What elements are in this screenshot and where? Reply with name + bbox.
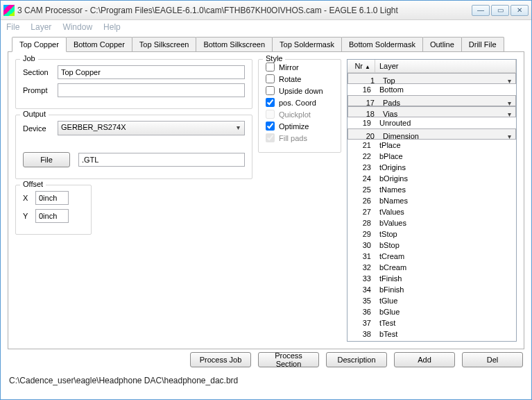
offset-x-input[interactable]: [35, 191, 69, 205]
add-button[interactable]: Add: [394, 352, 455, 367]
app-window: 3 CAM Processor - C:\Program Files\EAGLE…: [0, 0, 532, 400]
output-legend: Output: [20, 110, 49, 118]
layer-list[interactable]: Nr ▲ Layer 1Top16Bottom17Pads18Vias19Unr…: [347, 59, 517, 342]
rotate-checkbox[interactable]: Rotate: [266, 74, 334, 83]
prompt-label: Prompt: [23, 86, 53, 94]
layer-row[interactable]: 28bValues: [347, 217, 516, 228]
layer-header: Nr ▲ Layer: [347, 60, 516, 73]
layer-row[interactable]: 1Top: [347, 73, 516, 84]
layer-row[interactable]: 35tGlue: [347, 295, 516, 306]
content-area: Top CopperBottom CopperTop SilkscreenBot…: [8, 37, 524, 392]
menu-help[interactable]: Help: [103, 22, 121, 33]
layer-row[interactable]: 31tCream: [347, 251, 516, 262]
layer-row[interactable]: 22bPlace: [347, 151, 516, 162]
mirror-checkbox[interactable]: Mirror: [266, 62, 334, 72]
close-button[interactable]: ✕: [510, 5, 529, 16]
offset-y-input[interactable]: [35, 209, 69, 223]
file-input[interactable]: [78, 153, 245, 167]
tab-bottom-silkscreen[interactable]: Bottom Silkscreen: [196, 37, 273, 52]
maximize-button[interactable]: ▭: [491, 5, 509, 16]
tabs-row: Top CopperBottom CopperTop SilkscreenBot…: [12, 37, 524, 52]
file-button[interactable]: File: [23, 152, 70, 167]
minimize-button[interactable]: —: [472, 5, 490, 16]
layer-row[interactable]: 25tNames: [347, 184, 516, 195]
layer-row[interactable]: 37tTest: [347, 317, 516, 328]
titlebar: 3 CAM Processor - C:\Program Files\EAGLE…: [1, 1, 531, 20]
window-title: 3 CAM Processor - C:\Program Files\EAGLE…: [17, 6, 472, 15]
layer-row[interactable]: 18Vias: [347, 106, 516, 117]
layer-row[interactable]: 27tValues: [347, 206, 516, 217]
menu-window[interactable]: Window: [62, 22, 92, 33]
fillpads-checkbox: Fill pads: [266, 133, 334, 142]
layer-row[interactable]: 29tStop: [347, 228, 516, 240]
del-button[interactable]: Del: [462, 352, 523, 367]
layer-row[interactable]: 24bOrigins: [347, 173, 516, 184]
layer-row[interactable]: 17Pads: [347, 95, 516, 106]
layer-row[interactable]: 36bGlue: [347, 306, 516, 317]
offset-x-label: X: [23, 194, 31, 202]
layer-row[interactable]: 23tOrigins: [347, 162, 516, 173]
menu-file[interactable]: File: [6, 22, 19, 33]
layer-col-nr[interactable]: Nr ▲: [347, 60, 375, 72]
bottom-buttons: Process Job Process Section Description …: [8, 352, 524, 367]
status-path: C:\Cadence_user\eagle\Headphone DAC\head…: [9, 376, 238, 385]
section-label: Section: [23, 68, 53, 76]
process-job-button[interactable]: Process Job: [190, 352, 251, 367]
prompt-input[interactable]: [58, 83, 245, 97]
layer-col-name[interactable]: Layer: [375, 60, 516, 72]
device-select[interactable]: GERBER_RS274X: [58, 121, 245, 135]
menu-layer[interactable]: Layer: [31, 22, 51, 33]
output-fieldset: Output Device GERBER_RS274X File: [15, 115, 252, 179]
style-legend: Style: [263, 54, 285, 62]
menubar: File Layer Window Help: [1, 20, 531, 35]
tab-outline[interactable]: Outline: [422, 37, 462, 52]
layer-row[interactable]: 21tPlace: [347, 140, 516, 151]
offset-fieldset: Offset X Y: [15, 185, 92, 235]
tab-top-silkscreen[interactable]: Top Silkscreen: [132, 37, 197, 52]
layer-row[interactable]: 38bTest: [347, 328, 516, 340]
quickplot-checkbox: Quickplot: [266, 110, 334, 119]
layer-row[interactable]: 34bFinish: [347, 284, 516, 295]
layer-row[interactable]: 30bStop: [347, 240, 516, 251]
window-controls: — ▭ ✕: [472, 5, 529, 16]
tab-bottom-soldermask[interactable]: Bottom Soldermask: [341, 37, 423, 52]
offset-legend: Offset: [20, 180, 46, 188]
tab-top-copper[interactable]: Top Copper: [12, 37, 67, 52]
layer-row[interactable]: 33tFinish: [347, 273, 516, 284]
app-icon: [3, 5, 15, 16]
tab-panel: Job Section Prompt Output De: [8, 51, 524, 349]
job-fieldset: Job Section Prompt: [15, 59, 252, 109]
section-input[interactable]: [58, 65, 245, 79]
tab-drill-file[interactable]: Drill File: [461, 37, 504, 52]
process-section-button[interactable]: Process Section: [258, 352, 319, 367]
job-legend: Job: [20, 54, 38, 62]
device-label: Device: [23, 124, 53, 133]
layer-row[interactable]: 20Dimension: [347, 128, 516, 140]
layer-row[interactable]: 16Bottom: [347, 84, 516, 95]
poscoord-checkbox[interactable]: pos. Coord: [266, 98, 334, 107]
tab-bottom-copper[interactable]: Bottom Copper: [66, 37, 132, 52]
layer-row[interactable]: 32bCream: [347, 262, 516, 273]
layer-row[interactable]: 26bNames: [347, 195, 516, 206]
upside-checkbox[interactable]: Upside down: [266, 86, 334, 95]
layer-row[interactable]: 19Unrouted: [347, 117, 516, 128]
offset-y-label: Y: [23, 212, 31, 220]
tab-top-soldermask[interactable]: Top Soldermask: [272, 37, 342, 52]
description-button[interactable]: Description: [326, 352, 387, 367]
style-fieldset: Style Mirror Rotate Upside down pos. Coo…: [258, 59, 341, 153]
layer-row[interactable]: 39tKeepout: [347, 340, 516, 342]
optimize-checkbox[interactable]: Optimize: [266, 122, 334, 131]
